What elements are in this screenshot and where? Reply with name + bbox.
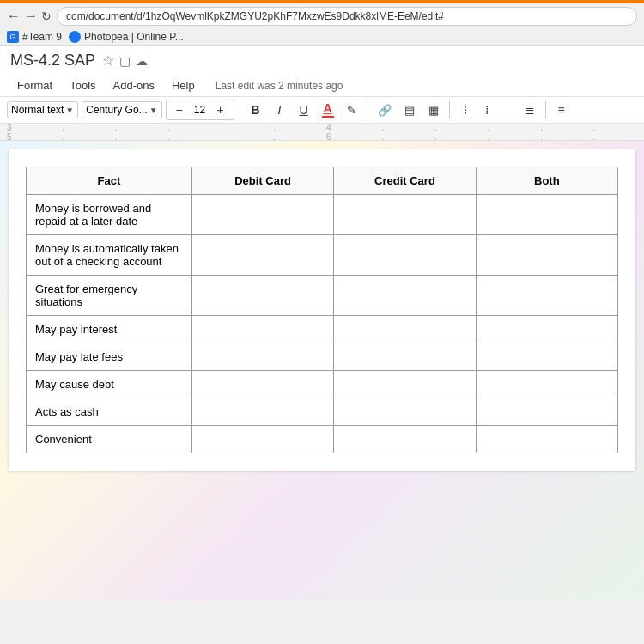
toolbar-divider-2 bbox=[368, 101, 368, 118]
docs-toolbar: Normal text ▼ Century Go... ▼ − 12 + B I… bbox=[0, 97, 644, 124]
bookmark-team9[interactable]: G #Team 9 bbox=[7, 31, 62, 43]
toolbar-divider-1 bbox=[240, 101, 240, 118]
data-cell[interactable] bbox=[191, 398, 333, 426]
menu-tools[interactable]: Tools bbox=[63, 76, 102, 94]
menu-addons[interactable]: Add-ons bbox=[106, 76, 161, 94]
align-center-button[interactable]: ⁞ bbox=[477, 101, 497, 118]
data-cell[interactable] bbox=[476, 343, 617, 371]
bookmark-photopea-icon bbox=[69, 31, 81, 43]
bookmark-photopea-label: Photopea | Online P... bbox=[84, 31, 184, 43]
align-left-icon: ⁝ bbox=[464, 103, 467, 117]
fact-cell[interactable]: May pay late fees bbox=[27, 343, 192, 371]
align-center-icon: ⁞ bbox=[485, 103, 489, 117]
bold-button[interactable]: B bbox=[246, 101, 266, 118]
fact-cell[interactable]: Money is borrowed and repaid at a later … bbox=[27, 195, 192, 235]
style-chevron-icon: ▼ bbox=[65, 106, 74, 115]
image-button[interactable]: ▤ bbox=[399, 102, 420, 118]
align-justify-button[interactable]: ≣ bbox=[519, 101, 540, 118]
link-button[interactable]: 🔗 bbox=[374, 102, 396, 118]
highlight-icon: ✎ bbox=[347, 104, 356, 117]
table-icon: ▦ bbox=[428, 104, 439, 117]
address-bar-row: ← → ↻ com/document/d/1hzOqWevmlKpkZMGYU2… bbox=[0, 3, 644, 29]
table-row: Convenient bbox=[27, 426, 618, 453]
font-color-button[interactable]: A bbox=[318, 100, 338, 120]
data-cell[interactable] bbox=[334, 235, 476, 276]
data-cell[interactable] bbox=[334, 371, 476, 398]
data-cell[interactable] bbox=[334, 276, 476, 316]
star-icon[interactable]: ☆ bbox=[102, 52, 114, 69]
data-cell[interactable] bbox=[334, 316, 476, 343]
data-cell[interactable] bbox=[476, 195, 617, 235]
docs-chrome: MS-4.2 SAP ☆ ▢ ☁ Format Tools Add-ons He… bbox=[0, 46, 644, 141]
ruler: . . . . . . 2 . . . . . 3 . . . . . 4 . … bbox=[0, 124, 644, 141]
numbered-list-button[interactable]: ≡ bbox=[551, 101, 572, 118]
data-cell[interactable] bbox=[476, 235, 617, 276]
bookmarks-bar: G #Team 9 Photopea | Online P... bbox=[0, 29, 644, 46]
align-left-button[interactable]: ⁝ bbox=[455, 101, 476, 118]
data-cell[interactable] bbox=[334, 195, 476, 235]
docs-title-icons: ☆ ▢ ☁ bbox=[102, 52, 148, 69]
browser-chrome: ← → ↻ com/document/d/1hzOqWevmlKpkZMGYU2… bbox=[0, 3, 644, 46]
font-size-increase-button[interactable]: + bbox=[210, 101, 231, 118]
table-row: May pay late fees bbox=[27, 343, 618, 371]
cloud-icon[interactable]: ☁ bbox=[136, 54, 148, 68]
table-row: Money is borrowed and repaid at a later … bbox=[27, 195, 618, 235]
font-chevron-icon: ▼ bbox=[149, 106, 158, 115]
fact-cell[interactable]: Convenient bbox=[27, 426, 192, 453]
bookmark-team9-icon: G bbox=[7, 31, 19, 43]
data-cell[interactable] bbox=[476, 398, 617, 426]
data-cell[interactable] bbox=[191, 371, 333, 398]
align-right-button[interactable] bbox=[498, 101, 519, 118]
table-row: Money is automatically taken out of a ch… bbox=[27, 235, 618, 276]
font-size-value: 12 bbox=[191, 104, 209, 116]
header-both: Both bbox=[476, 167, 617, 195]
table-row: May cause debt bbox=[27, 371, 618, 398]
comparison-table: Fact Debit Card Credit Card Both Money i… bbox=[26, 167, 618, 453]
data-cell[interactable] bbox=[334, 398, 476, 426]
style-selector[interactable]: Normal text ▼ bbox=[7, 101, 78, 118]
data-cell[interactable] bbox=[191, 276, 333, 316]
table-button[interactable]: ▦ bbox=[423, 102, 444, 118]
highlight-color-button[interactable]: ✎ bbox=[342, 102, 362, 118]
data-cell[interactable] bbox=[191, 426, 333, 453]
data-cell[interactable] bbox=[476, 276, 617, 316]
fact-cell[interactable]: May pay interest bbox=[27, 316, 192, 343]
drive-icon[interactable]: ▢ bbox=[119, 54, 131, 68]
table-header-row: Fact Debit Card Credit Card Both bbox=[27, 167, 618, 195]
toolbar-divider-4 bbox=[545, 101, 546, 118]
data-cell[interactable] bbox=[191, 343, 333, 371]
address-bar[interactable]: com/document/d/1hzOqWevmlKpkZMGYU2pKhF7M… bbox=[57, 7, 637, 26]
data-cell[interactable] bbox=[476, 316, 617, 343]
font-size-decrease-button[interactable]: − bbox=[169, 101, 190, 118]
align-right-icon bbox=[507, 103, 509, 117]
toolbar-divider-3 bbox=[449, 101, 450, 118]
style-label: Normal text bbox=[11, 104, 64, 116]
data-cell[interactable] bbox=[191, 235, 333, 276]
menu-help[interactable]: Help bbox=[165, 76, 202, 94]
docs-title-bar: MS-4.2 SAP ☆ ▢ ☁ bbox=[0, 46, 644, 75]
document-area: Fact Debit Card Credit Card Both Money i… bbox=[0, 141, 644, 600]
data-cell[interactable] bbox=[334, 426, 476, 453]
image-icon: ▤ bbox=[404, 104, 415, 117]
data-cell[interactable] bbox=[476, 426, 617, 453]
ruler-text: . . . . . . 2 . . . . . 3 . . . . . 4 . … bbox=[7, 124, 637, 141]
nav-forward-button[interactable]: → bbox=[24, 9, 38, 24]
italic-button[interactable]: I bbox=[270, 101, 290, 118]
docs-menu-bar: Format Tools Add-ons Help Last edit was … bbox=[0, 75, 644, 97]
menu-format[interactable]: Format bbox=[10, 76, 59, 94]
underline-button[interactable]: U bbox=[294, 101, 314, 118]
fact-cell[interactable]: Acts as cash bbox=[27, 398, 192, 426]
data-cell[interactable] bbox=[334, 343, 476, 371]
data-cell[interactable] bbox=[476, 371, 617, 398]
font-color-a-label: A bbox=[323, 101, 331, 115]
font-selector[interactable]: Century Go... ▼ bbox=[82, 101, 161, 118]
data-cell[interactable] bbox=[191, 195, 333, 235]
document-page: Fact Debit Card Credit Card Both Money i… bbox=[9, 149, 635, 471]
fact-cell[interactable]: Great for emergency situations bbox=[27, 276, 192, 316]
fact-cell[interactable]: May cause debt bbox=[27, 371, 192, 398]
nav-back-button[interactable]: ← bbox=[7, 9, 21, 24]
reload-button[interactable]: ↻ bbox=[41, 9, 52, 23]
data-cell[interactable] bbox=[191, 316, 333, 343]
bookmark-photopea[interactable]: Photopea | Online P... bbox=[69, 31, 184, 43]
fact-cell[interactable]: Money is automatically taken out of a ch… bbox=[27, 235, 192, 276]
